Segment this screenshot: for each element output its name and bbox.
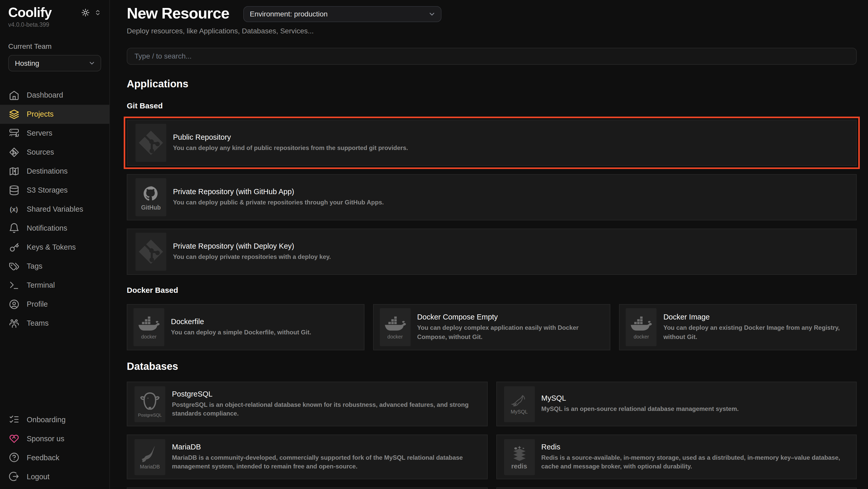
version-text: v4.0.0-beta.399 (8, 21, 101, 27)
mariadb-wordmark: MariaDB (140, 464, 160, 469)
card-mariadb[interactable]: MariaDB MariaDB MariaDB is a community-d… (127, 435, 487, 479)
sidebar-item-dashboard[interactable]: Dashboard (0, 86, 109, 105)
home-icon (8, 89, 20, 101)
environment-select-value: Environment: production (250, 10, 328, 18)
docker-icon: docker (133, 308, 164, 346)
sidebar-item-label: Feedback (27, 453, 59, 462)
sidebar-item-terminal[interactable]: Terminal (0, 276, 109, 295)
team-select[interactable]: Hosting (8, 55, 101, 71)
logout-icon (8, 471, 20, 482)
sidebar-item-notifications[interactable]: Notifications (0, 219, 109, 237)
main-content: New Resource Environment: production Dep… (110, 0, 868, 489)
team-select-value: Hosting (15, 59, 39, 67)
redis-icon: redis (504, 439, 535, 475)
app-logo: Coolify (8, 5, 52, 20)
docker-wordmark: docker (141, 334, 157, 339)
mysql-wordmark: MySQL (511, 409, 528, 414)
databases-heading: Databases (127, 361, 857, 372)
sidebar-item-shared-variables[interactable]: (x) Shared Variables (0, 200, 109, 219)
chevron-down-icon (428, 10, 436, 18)
card-title: MySQL (541, 394, 739, 402)
card-private-repository-deploy-key[interactable]: Private Repository (with Deploy Key) You… (127, 229, 857, 275)
sidebar-item-label: Onboarding (27, 415, 66, 424)
card-docker-compose-empty[interactable]: docker Docker Compose Empty You can depl… (373, 304, 610, 350)
sidebar-item-teams[interactable]: Teams (0, 314, 109, 333)
card-postgresql[interactable]: PostgreSQL PostgreSQL PostgreSQL is an o… (127, 382, 487, 426)
git-diamond-icon (8, 146, 20, 158)
layers-icon (8, 108, 20, 120)
card-docker-image[interactable]: docker Docker Image You can deploy an ex… (619, 304, 857, 350)
sidebar-item-s3-storages[interactable]: S3 Storages (0, 180, 109, 200)
sidebar-item-keys-tokens[interactable]: Keys & Tokens (0, 237, 109, 257)
docker-card-list: docker Dockerfile You can deploy a simpl… (127, 304, 857, 350)
applications-heading: Applications (127, 78, 857, 90)
users-icon (8, 317, 20, 329)
sidebar-item-label: S3 Storages (27, 186, 68, 194)
card-redis[interactable]: redis Redis Redis is a source-available,… (496, 435, 857, 479)
docker-wordmark: docker (634, 334, 649, 339)
map-icon (8, 165, 20, 177)
github-wordmark: GitHub (141, 205, 161, 210)
team-label: Current Team (8, 42, 101, 50)
database-card-list: PostgreSQL PostgreSQL PostgreSQL is an o… (127, 382, 857, 489)
card-description: MariaDB is a community-developed, commer… (172, 453, 480, 471)
sidebar-item-servers[interactable]: Servers (0, 123, 109, 143)
sidebar-item-feedback[interactable]: Feedback (0, 448, 109, 467)
sidebar-item-label: Sources (27, 148, 54, 156)
database-icon (8, 184, 20, 196)
card-description: You can deploy public & private reposito… (173, 198, 384, 207)
chevron-down-icon (88, 59, 95, 66)
sidebar-item-logout[interactable]: Logout (0, 467, 109, 486)
sidebar-item-label: Terminal (27, 281, 55, 289)
github-icon: GitHub (135, 178, 166, 216)
sidebar-item-label: Shared Variables (27, 205, 83, 213)
sidebar-item-sources[interactable]: Sources (0, 143, 109, 162)
sidebar-item-onboarding[interactable]: Onboarding (0, 410, 109, 429)
card-description: PostgreSQL is an object-relational datab… (172, 400, 480, 419)
card-description: You can deploy complex application easil… (417, 324, 603, 342)
sidebar-item-tags[interactable]: Tags (0, 257, 109, 276)
card-dockerfile[interactable]: docker Dockerfile You can deploy a simpl… (127, 304, 364, 350)
sidebar-item-label: Servers (27, 129, 52, 137)
sidebar-item-destinations[interactable]: Destinations (0, 162, 109, 180)
git-icon (135, 233, 166, 271)
card-title: Redis (541, 442, 849, 451)
card-description: You can deploy private repositories with… (173, 253, 331, 261)
bell-icon (8, 223, 20, 234)
page-title: New Resource (127, 5, 229, 22)
card-partial[interactable] (127, 487, 487, 489)
sidebar-item-sponsor-us[interactable]: Sponsor us (0, 429, 109, 448)
sidebar-item-projects[interactable]: Projects (0, 105, 109, 123)
sun-icon[interactable] (81, 8, 90, 17)
sidebar-item-label: Destinations (27, 167, 68, 175)
git-card-list: Public Repository You can deploy any kin… (127, 120, 857, 275)
sidebar-item-label: Keys & Tokens (27, 243, 76, 251)
card-title: Private Repository (with GitHub App) (173, 187, 384, 196)
help-circle-icon (8, 452, 20, 463)
docker-based-heading: Docker Based (127, 286, 857, 295)
user-circle-icon (8, 298, 20, 310)
card-public-repository[interactable]: Public Repository You can deploy any kin… (127, 120, 857, 166)
card-title: MariaDB (172, 442, 480, 451)
key-icon (8, 241, 20, 253)
card-private-repository-github-app[interactable]: GitHub Private Repository (with GitHub A… (127, 174, 857, 220)
search-input[interactable] (127, 48, 857, 64)
environment-select[interactable]: Environment: production (243, 6, 441, 22)
sidebar-item-profile[interactable]: Profile (0, 295, 109, 314)
card-mysql[interactable]: MySQL MySQL MySQL is an open-source rela… (496, 382, 857, 426)
sidebar-nav-bottom: Onboarding Sponsor us Feedback Logout (8, 410, 101, 486)
sidebar-item-label: Logout (27, 472, 50, 481)
braces-x-icon: (x) (8, 203, 20, 215)
redis-wordmark: redis (511, 463, 527, 469)
sidebar-item-label: Teams (27, 319, 49, 327)
postgresql-icon: PostgreSQL (134, 386, 165, 422)
server-icon (8, 127, 20, 139)
sidebar-item-label: Dashboard (27, 91, 63, 99)
terminal-icon (8, 280, 20, 291)
sidebar-nav: Dashboard Projects Servers Sources (8, 86, 101, 333)
card-title: Docker Image (663, 313, 850, 321)
mariadb-icon: MariaDB (134, 439, 165, 475)
chevrons-up-down-icon[interactable] (94, 9, 101, 16)
card-title: Dockerfile (171, 317, 311, 326)
card-partial[interactable] (496, 487, 857, 489)
